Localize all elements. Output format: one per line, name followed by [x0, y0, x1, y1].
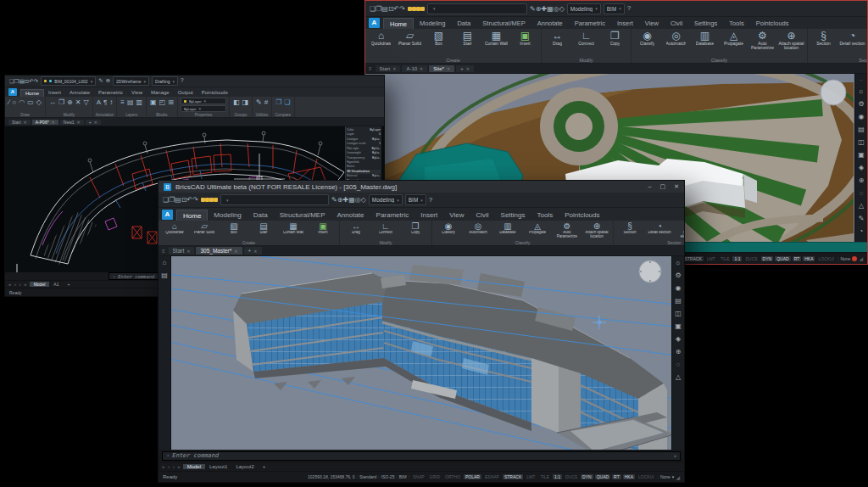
ribbon-tool[interactable]: ▥Database — [691, 30, 719, 46]
ribbon-tool[interactable]: ↔ — [48, 98, 57, 107]
document-tab[interactable]: A-P06*✕ — [32, 120, 58, 125]
panel-icon[interactable]: ⌂ — [163, 260, 167, 266]
ribbon-tool[interactable]: ❐Copy — [601, 30, 629, 46]
keyboard-icon[interactable]: ▪ — [674, 453, 676, 458]
qat-icon[interactable]: ✎ — [98, 78, 103, 84]
status-toggle[interactable]: TILE — [538, 474, 551, 479]
qat-icon[interactable]: ▤ — [381, 5, 388, 13]
status-toggle[interactable]: LWT — [525, 474, 537, 479]
close-icon[interactable]: ✕ — [24, 120, 27, 125]
qat-icon[interactable]: ▦ — [547, 5, 554, 13]
ribbon-tool[interactable]: ⊕ — [66, 98, 74, 107]
ribbon-tool[interactable]: ◎Automatch — [464, 221, 492, 235]
document-tab[interactable]: Start✕ — [8, 120, 31, 125]
dim-style[interactable]: Standard — [359, 474, 376, 479]
color-swatch[interactable] — [214, 198, 218, 202]
layout-tab[interactable]: + — [259, 464, 270, 469]
ribbon-tab[interactable]: Pointclouds — [559, 210, 605, 221]
ribbon-tool[interactable]: A — [96, 98, 102, 107]
ribbon-tab[interactable]: Annotate — [65, 89, 94, 97]
ribbon-tab[interactable]: Manage — [147, 89, 174, 97]
title-bar[interactable]: B BricsCAD Ultimate beta (NOT FOR RESALE… — [159, 181, 684, 193]
close-icon[interactable]: ✕ — [466, 66, 470, 71]
ribbon-tab[interactable]: View — [639, 18, 665, 29]
workspace-combo[interactable]: Modeling▾ — [369, 194, 403, 205]
collapse-icon[interactable]: – — [860, 77, 862, 82]
layout-tab[interactable]: Model — [30, 282, 50, 287]
ribbon-tool[interactable]: ↔Drag — [543, 30, 571, 46]
ribbon-tool[interactable]: ⚙Auto Parametrize — [748, 30, 776, 51]
selection-field[interactable]: None — [660, 474, 670, 479]
status-toggle[interactable]: RT — [612, 474, 621, 479]
document-tab[interactable]: +✕ — [456, 65, 474, 72]
qat-icon[interactable]: ◎ — [554, 5, 559, 13]
viewport-bim-3d[interactable]: ⌂▤ ☼⚙◉▤◫▣◈⊕◌△ — [159, 256, 684, 450]
layout-nav-arrows[interactable]: « ‹ › » — [8, 282, 28, 287]
color-swatch[interactable] — [420, 7, 425, 11]
ribbon-tool[interactable]: ⊞ — [167, 98, 175, 107]
ribbon-tab[interactable]: Output — [174, 89, 198, 97]
ribbon-tool[interactable]: # — [264, 98, 269, 107]
layer-combo[interactable]: BIM_00104_L002▾ — [41, 76, 96, 86]
document-tab[interactable]: +✕ — [244, 247, 262, 255]
ribbon-tab[interactable]: Settings — [495, 210, 531, 221]
ribbon-tab[interactable]: Insert — [415, 210, 443, 221]
help-icon[interactable]: ? — [627, 5, 631, 12]
panel-icon[interactable]: ▤ — [858, 126, 865, 133]
document-tab[interactable]: New1✕ — [60, 120, 84, 125]
ribbon-tab[interactable]: Modeling — [208, 210, 247, 221]
ribbon-tool[interactable]: ∟Connect — [572, 30, 600, 46]
ribbon-tab[interactable]: Pointclouds — [750, 18, 795, 29]
status-toggle[interactable]: LWT — [705, 256, 717, 261]
ribbon-tool[interactable]: ▧Box — [425, 30, 453, 46]
qat-icon[interactable]: ▦ — [348, 196, 355, 204]
panel-icon[interactable]: ☼ — [675, 260, 681, 266]
ribbon-tool[interactable]: ▽ — [82, 98, 89, 107]
ribbon-tool[interactable]: ▥Database — [493, 221, 522, 235]
qat-icon[interactable]: ↷ — [192, 196, 198, 204]
ribbon-tool[interactable]: ❐Copy — [401, 221, 430, 235]
layout-tab[interactable]: Model — [183, 464, 205, 469]
ribbon-tool[interactable]: ∕ — [8, 98, 10, 107]
status-toggle[interactable]: ORTHO — [443, 474, 462, 479]
qat-icon[interactable]: ⊡ — [181, 196, 187, 204]
panel-icon[interactable]: ⚙ — [675, 272, 681, 279]
panel-icon[interactable]: ⊕ — [676, 349, 682, 355]
ribbon-tab[interactable]: Annotate — [531, 18, 569, 29]
status-toggle[interactable]: LOCKUI — [637, 474, 656, 479]
resize-grip[interactable]: ◢ — [859, 255, 863, 261]
help-icon[interactable]: ? — [181, 78, 184, 84]
close-icon[interactable]: ✕ — [186, 249, 190, 254]
document-tab[interactable]: Site*✕ — [429, 65, 454, 72]
layout-tab[interactable]: Layout2 — [231, 464, 258, 469]
layout-tab[interactable]: Layout1 — [205, 464, 231, 469]
qat-icon[interactable]: ◇ — [559, 5, 565, 13]
ribbon-tool[interactable]: ◎Automatch — [662, 30, 690, 46]
ribbon-tab[interactable]: Data — [248, 210, 274, 221]
panel-icon[interactable]: ⚙ — [858, 101, 864, 108]
qat-icon[interactable]: ◇ — [361, 196, 366, 204]
ribbon-tool[interactable]: ◰ — [159, 98, 167, 107]
close-icon[interactable]: ✕ — [447, 66, 450, 71]
panel-icon[interactable]: △ — [676, 374, 681, 381]
coordinates[interactable]: 102593.18, 153468.76, 0 — [308, 474, 355, 479]
status-toggle[interactable]: POLAR — [464, 474, 481, 479]
ribbon-tool[interactable]: ◉Classify — [434, 221, 463, 235]
workspace-combo[interactable]: Modeling▾ — [567, 3, 601, 14]
close-icon[interactable]: ✕ — [94, 120, 97, 125]
ribbon-tab[interactable]: Structural/MEP — [476, 18, 531, 29]
ribbon-tool[interactable]: ◧ — [232, 98, 241, 107]
ribbon-tool[interactable]: ◔Detail section — [645, 221, 674, 235]
panel-icon[interactable]: ⊕ — [859, 177, 865, 184]
panel-icon[interactable]: ◈ — [676, 336, 681, 343]
workspace-field[interactable]: BIM — [399, 474, 407, 479]
ribbon-tool[interactable]: ⊕Attach spatial location — [777, 30, 805, 51]
ribbon-tool[interactable]: ▤ — [126, 98, 135, 107]
status-toggle[interactable]: DUCS — [564, 474, 579, 479]
ribbon-tool[interactable]: ▣Insert — [309, 221, 337, 235]
status-toggle[interactable]: QUAD — [595, 474, 610, 479]
close-icon[interactable]: ✕ — [392, 66, 396, 71]
ribbon-tool[interactable]: ≡ — [120, 98, 125, 107]
status-toggle[interactable]: 1:1 — [553, 474, 562, 479]
ribbon-tool[interactable]: ▥ — [136, 98, 144, 107]
